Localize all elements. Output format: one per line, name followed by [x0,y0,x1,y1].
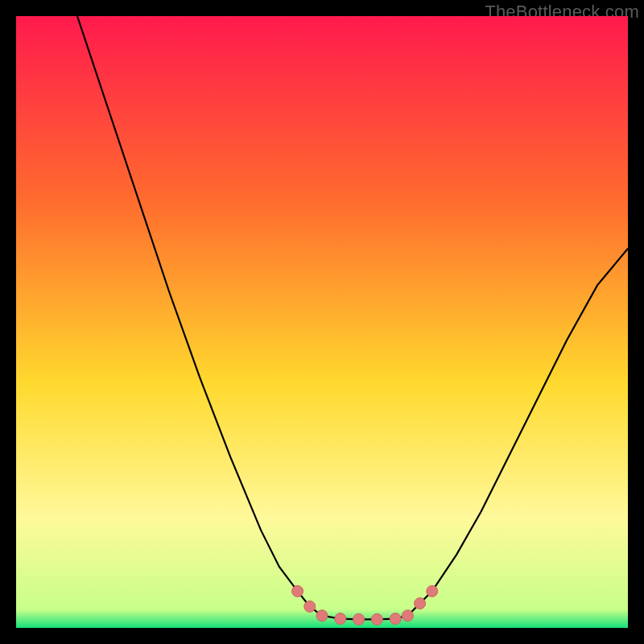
floor-marker [402,610,413,621]
floor-marker [292,585,303,597]
chart-canvas [16,16,628,628]
floor-marker [427,585,438,597]
floor-marker [304,601,316,612]
floor-marker [415,598,426,609]
floor-marker [353,613,365,625]
floor-marker [371,613,382,625]
outer-frame: TheBottleneck.com [0,0,644,644]
floor-marker [335,613,346,625]
floor-marker [390,613,401,625]
floor-marker [316,610,328,621]
